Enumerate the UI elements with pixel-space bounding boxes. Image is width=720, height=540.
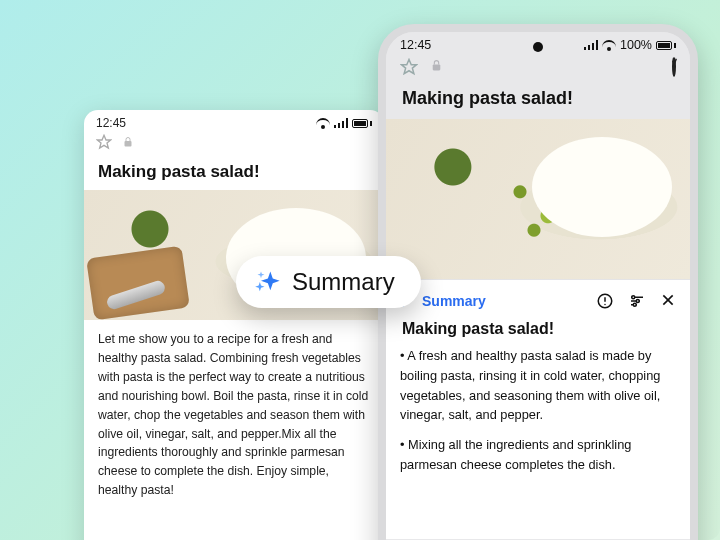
summary-pill-label: Summary (292, 268, 395, 296)
status-icons: 100% (584, 38, 676, 52)
refresh-icon (672, 56, 676, 77)
summary-title: Making pasta salad! (400, 318, 676, 346)
phone-back: 12:45 Making pasta salad! Let me show yo… (84, 110, 384, 540)
lock-icon (122, 135, 134, 149)
note-title: Making pasta salad! (84, 156, 384, 190)
status-icons (316, 118, 372, 129)
svg-point-11 (636, 300, 639, 303)
summary-label: Summary (422, 293, 486, 309)
clock: 12:45 (400, 38, 431, 52)
svg-marker-2 (402, 60, 417, 74)
sparkle-icon (254, 268, 282, 296)
summary-bullet: • Mixing all the ingredients and sprinkl… (400, 435, 676, 475)
battery-icon (656, 41, 676, 50)
wifi-icon (602, 40, 616, 51)
signal-icon (334, 118, 348, 128)
clock: 12:45 (96, 116, 126, 130)
summary-pill[interactable]: Summary (236, 256, 421, 308)
svg-point-12 (633, 303, 636, 306)
note-toolbar (386, 54, 690, 82)
lock-icon (430, 58, 443, 76)
close-button[interactable] (660, 292, 676, 310)
svg-point-6 (604, 304, 606, 306)
wifi-icon (316, 118, 330, 129)
signal-icon (584, 40, 598, 50)
svg-point-10 (632, 296, 635, 299)
svg-rect-3 (433, 64, 441, 70)
favorite-icon[interactable] (400, 58, 418, 76)
info-button[interactable] (596, 292, 614, 310)
summary-bullet: • A fresh and healthy pasta salad is mad… (400, 346, 676, 425)
summary-panel: Summary Making pasta salad! • A fresh an… (386, 279, 690, 539)
phone-front: 12:45 100% Making pasta salad! (378, 24, 698, 540)
status-bar: 12:45 (84, 110, 384, 132)
battery-icon (352, 119, 372, 128)
note-body: Let me show you to a recipe for a fresh … (84, 320, 384, 510)
camera-cutout (533, 42, 543, 52)
note-title: Making pasta salad! (386, 82, 690, 119)
adjust-button[interactable] (628, 292, 646, 310)
refresh-button[interactable] (672, 58, 676, 76)
recipe-photo (386, 119, 690, 279)
battery-percent: 100% (620, 38, 652, 52)
svg-rect-1 (125, 141, 132, 147)
summary-header: Summary (400, 290, 676, 318)
favorite-icon[interactable] (96, 134, 112, 150)
note-toolbar (84, 132, 384, 156)
summary-body: • A fresh and healthy pasta salad is mad… (400, 346, 676, 475)
svg-marker-0 (97, 135, 110, 148)
